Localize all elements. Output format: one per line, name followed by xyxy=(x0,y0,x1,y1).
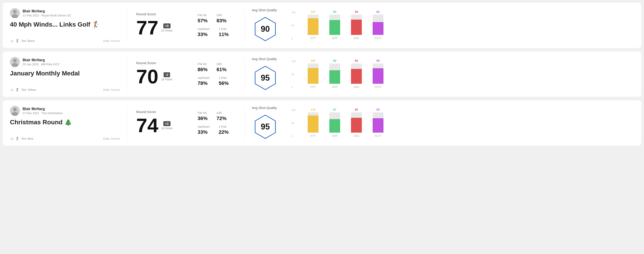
axis-label: OTT xyxy=(308,37,318,40)
y-label-0: 0 xyxy=(292,135,296,137)
player-details: Blair McHarg 27 Dec 2021 · The Oxfordshi… xyxy=(22,107,63,115)
player-name: Blair McHarg xyxy=(22,107,63,111)
score-badge: -2 18 Holes xyxy=(161,72,172,81)
y-label-50: 50 xyxy=(292,73,296,76)
card-score: Round Score 77 +5 18 Holes xyxy=(127,8,190,43)
bars-area: 107 95 98 82 xyxy=(308,11,384,36)
hexagon-container: 95 xyxy=(252,113,279,140)
stat-fw-hit: FW Hit 36% xyxy=(198,111,208,121)
oneputt-value: 56% xyxy=(218,80,228,86)
weather-icon: ☁️ xyxy=(10,88,14,91)
axis-label: PUTT xyxy=(373,37,384,40)
stat-gir: GIR 72% xyxy=(216,111,226,121)
axis-label: APP xyxy=(329,86,340,89)
bar-background xyxy=(373,64,384,84)
bar-background xyxy=(351,15,362,35)
score-badge: +5 18 Holes xyxy=(161,23,172,32)
axis-label: ARG xyxy=(351,86,362,89)
quality-left: Avg Shot Quality 95 xyxy=(252,57,292,91)
data-source: Data: Arccos xyxy=(103,88,120,91)
bar-chart: 100 50 0 101 86 96 xyxy=(300,60,384,89)
axis-label: OTT xyxy=(308,86,318,89)
oneputt-value: 11% xyxy=(218,31,228,37)
bar-group: 96 xyxy=(351,64,362,84)
gir-label: GIR xyxy=(216,111,226,115)
round-title: Christmas Round 🎄 xyxy=(10,119,120,126)
avg-shot-quality-label: Avg Shot Quality xyxy=(252,57,277,61)
axis-label: PUTT xyxy=(373,86,384,89)
bar-group: 87 xyxy=(329,112,340,133)
score-diff: -2 xyxy=(164,72,170,77)
round-card: Blair McHarg 12 Feb 2022 · Royal North D… xyxy=(3,3,641,48)
stat-gir: GIR 83% xyxy=(216,13,226,24)
quality-left: Avg Shot Quality 90 xyxy=(252,8,292,43)
card-stats: FW Hit 86% GIR 61% Up/Down 78% 1 Putt xyxy=(190,57,244,91)
y-axis: 100 50 0 xyxy=(292,60,296,89)
stats-row-bottom: Up/Down 33% 1 Putt 22% xyxy=(198,125,237,135)
bar-group: 98 xyxy=(351,15,362,35)
player-info: Blair McHarg 12 Feb 2022 · Royal North D… xyxy=(10,8,120,18)
bag-icon: 🏌️ xyxy=(16,137,20,140)
bar-value: 95 xyxy=(333,10,336,13)
stat-updown: Up/Down 33% xyxy=(198,125,210,135)
bar-background xyxy=(373,112,384,133)
bag-icon: 🏌️ xyxy=(16,39,20,43)
gir-value: 61% xyxy=(216,67,226,73)
score-number: 77 xyxy=(136,18,158,38)
stats-row-top: FW Hit 36% GIR 72% xyxy=(198,111,237,121)
score-badge: +2 18 Holes xyxy=(161,121,172,130)
bar-group: 107 xyxy=(308,15,318,35)
oneputt-label: 1 Putt xyxy=(218,27,228,31)
gir-label: GIR xyxy=(216,62,226,66)
card-stats: FW Hit 36% GIR 72% Up/Down 33% 1 Putt xyxy=(190,106,244,140)
card-quality: Avg Shot Quality 95 100 50 0 101 xyxy=(244,57,634,91)
y-label-50: 50 xyxy=(292,122,296,125)
y-label-100: 100 xyxy=(292,109,296,112)
stat-fw-hit: FW Hit 57% xyxy=(198,13,208,24)
round-score-label: Round Score xyxy=(136,61,181,65)
y-label-100: 100 xyxy=(292,60,296,63)
bar-group: 95 xyxy=(329,15,340,35)
fw-hit-value: 86% xyxy=(198,67,208,73)
card-left: Blair McHarg 29 Jan 2022 · Mill Ride GCC… xyxy=(10,57,127,91)
weather-icon: ☁️ xyxy=(10,137,14,140)
bar-group: 101 xyxy=(308,64,318,84)
score-diff: +5 xyxy=(163,23,170,28)
score-holes: 18 Holes xyxy=(161,78,172,81)
bar-group: 95 xyxy=(351,112,362,133)
svg-point-5 xyxy=(13,59,17,62)
player-info: Blair McHarg 29 Jan 2022 · Mill Ride GCC xyxy=(10,57,120,67)
bar-value: 110 xyxy=(310,108,316,111)
stat-fw-hit: FW Hit 86% xyxy=(198,62,208,73)
avg-shot-quality-label: Avg Shot Quality xyxy=(252,106,277,110)
y-axis: 100 50 0 xyxy=(292,109,296,137)
updown-label: Up/Down xyxy=(198,76,210,80)
bar-background xyxy=(308,112,318,133)
hex-score: 95 xyxy=(261,73,270,83)
hexagon-container: 90 xyxy=(252,15,279,43)
bar-value: 82 xyxy=(376,10,380,13)
bar-value: 96 xyxy=(355,59,358,62)
score-main: 77 +5 18 Holes xyxy=(136,18,181,38)
bar-value: 86 xyxy=(333,59,336,62)
axis-label: APP xyxy=(329,134,340,137)
bar-chart: 100 50 0 110 87 95 xyxy=(300,109,384,137)
fw-hit-label: FW Hit xyxy=(198,111,208,115)
bar-group: 93 xyxy=(373,112,384,133)
card-left: Blair McHarg 27 Dec 2021 · The Oxfordshi… xyxy=(10,106,127,140)
score-number: 70 xyxy=(136,67,158,87)
fw-hit-label: FW Hit xyxy=(198,62,208,66)
player-date-course: 12 Feb 2022 · Royal North Devon GC xyxy=(22,14,72,17)
axis-label: PUTT xyxy=(373,134,384,137)
bar-group: 110 xyxy=(308,112,318,133)
bar-value: 99 xyxy=(376,59,380,62)
hex-score: 90 xyxy=(261,24,270,34)
player-info: Blair McHarg 27 Dec 2021 · The Oxfordshi… xyxy=(10,106,120,116)
tee-info: ☁️ 🏌️ Tee: Blue xyxy=(10,137,34,140)
card-quality: Avg Shot Quality 95 100 50 0 110 xyxy=(244,106,634,140)
round-card: Blair McHarg 29 Jan 2022 · Mill Ride GCC… xyxy=(3,52,641,97)
gir-value: 83% xyxy=(216,18,226,24)
y-label-100: 100 xyxy=(292,11,296,14)
oneputt-value: 22% xyxy=(218,129,228,135)
data-source: Data: Arccos xyxy=(103,39,120,43)
